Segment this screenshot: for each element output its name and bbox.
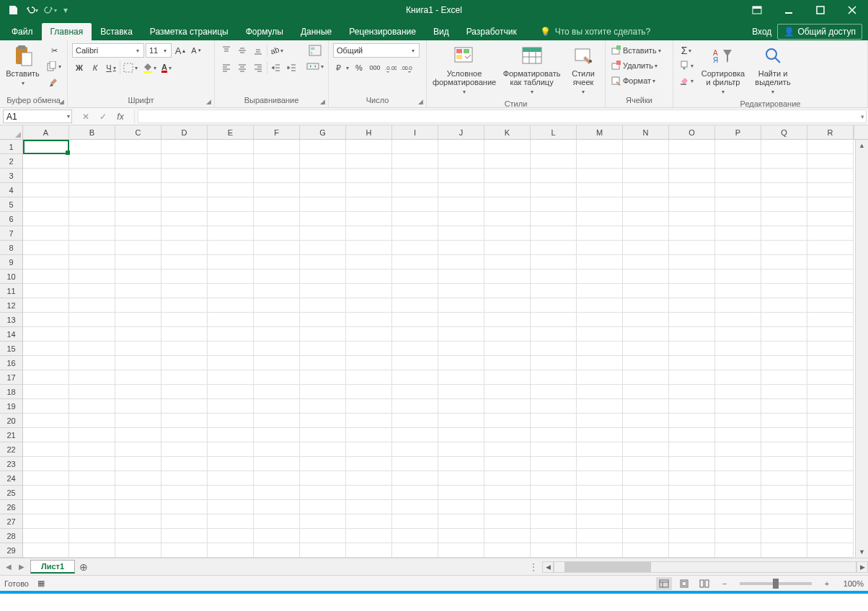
cell-O16[interactable] [669, 356, 715, 370]
cell-A4[interactable] [23, 183, 69, 197]
cell-J12[interactable] [438, 298, 484, 313]
row-header-18[interactable]: 18 [0, 385, 22, 399]
cell-D17[interactable] [161, 370, 208, 385]
cell-E18[interactable] [208, 385, 254, 399]
cell-K3[interactable] [484, 169, 531, 183]
sign-in-link[interactable]: Вход [752, 27, 771, 37]
cell-K14[interactable] [484, 327, 531, 342]
align-bottom-button[interactable] [251, 43, 265, 58]
cell-M18[interactable] [577, 385, 623, 399]
comma-format-button[interactable]: 000 [368, 61, 382, 75]
cell-C7[interactable] [115, 226, 161, 241]
cell-R26[interactable] [807, 500, 854, 514]
cell-J5[interactable] [438, 197, 484, 212]
cell-G14[interactable] [300, 327, 346, 342]
cell-E2[interactable] [208, 154, 254, 169]
tab-home[interactable]: Главная [42, 23, 92, 40]
increase-indent-button[interactable] [285, 61, 299, 75]
clipboard-dialog-launcher[interactable]: ◢ [57, 97, 66, 106]
cell-B23[interactable] [69, 457, 115, 471]
scroll-right-button[interactable]: ▶ [856, 561, 868, 573]
cell-M1[interactable] [577, 140, 623, 154]
cell-K23[interactable] [484, 457, 531, 471]
cell-H26[interactable] [346, 500, 392, 514]
cell-H28[interactable] [346, 529, 392, 543]
tab-insert[interactable]: Вставка [92, 23, 141, 40]
cell-B1[interactable] [69, 140, 115, 154]
cell-Q23[interactable] [761, 457, 807, 471]
copy-button[interactable]: ▾ [45, 59, 63, 73]
vertical-scrollbar[interactable]: ▲ ▼ [855, 140, 868, 558]
cell-Q27[interactable] [761, 514, 807, 529]
cell-I26[interactable] [392, 500, 438, 514]
cell-M5[interactable] [577, 197, 623, 212]
cell-N17[interactable] [623, 370, 669, 385]
cell-N11[interactable] [623, 284, 669, 298]
cell-K8[interactable] [484, 241, 531, 255]
cell-F19[interactable] [254, 399, 300, 414]
cell-D15[interactable] [161, 342, 208, 356]
cell-P11[interactable] [715, 284, 761, 298]
cell-B3[interactable] [69, 169, 115, 183]
row-header-27[interactable]: 27 [0, 514, 22, 529]
cell-B21[interactable] [69, 428, 115, 442]
cell-K7[interactable] [484, 226, 531, 241]
cell-N26[interactable] [623, 500, 669, 514]
orientation-button[interactable]: ab▾ [269, 43, 285, 58]
cell-M12[interactable] [577, 298, 623, 313]
cell-I20[interactable] [392, 414, 438, 428]
cell-N21[interactable] [623, 428, 669, 442]
cell-O20[interactable] [669, 414, 715, 428]
cell-Q18[interactable] [761, 385, 807, 399]
row-header-28[interactable]: 28 [0, 529, 22, 543]
column-header-I[interactable]: I [392, 125, 438, 139]
cell-F16[interactable] [254, 356, 300, 370]
cell-H17[interactable] [346, 370, 392, 385]
cell-L20[interactable] [531, 414, 577, 428]
cell-D27[interactable] [161, 514, 208, 529]
cell-F26[interactable] [254, 500, 300, 514]
cell-R21[interactable] [807, 428, 854, 442]
cell-C3[interactable] [115, 169, 161, 183]
cell-Q19[interactable] [761, 399, 807, 414]
tab-formulas[interactable]: Формулы [237, 23, 292, 40]
cell-F27[interactable] [254, 514, 300, 529]
cell-H19[interactable] [346, 399, 392, 414]
cell-D23[interactable] [161, 457, 208, 471]
zoom-out-button[interactable]: − [717, 577, 732, 590]
cell-K13[interactable] [484, 313, 531, 327]
cell-P16[interactable] [715, 356, 761, 370]
cell-R4[interactable] [807, 183, 854, 197]
column-header-O[interactable]: O [669, 125, 715, 139]
cell-I21[interactable] [392, 428, 438, 442]
cell-A29[interactable] [23, 543, 69, 558]
new-sheet-button[interactable]: ⊕ [75, 561, 92, 573]
cell-E26[interactable] [208, 500, 254, 514]
cell-D25[interactable] [161, 486, 208, 500]
cell-J1[interactable] [438, 140, 484, 154]
cell-N23[interactable] [623, 457, 669, 471]
cell-C10[interactable] [115, 269, 161, 284]
cell-G21[interactable] [300, 428, 346, 442]
cell-G29[interactable] [300, 543, 346, 558]
cell-H12[interactable] [346, 298, 392, 313]
delete-cells-button[interactable]: Удалить▾ [610, 58, 670, 73]
cell-I14[interactable] [392, 327, 438, 342]
cell-I13[interactable] [392, 313, 438, 327]
cell-E28[interactable] [208, 529, 254, 543]
cell-B8[interactable] [69, 241, 115, 255]
cell-A9[interactable] [23, 255, 69, 269]
cell-C2[interactable] [115, 154, 161, 169]
underline-button[interactable]: Ч▾ [104, 61, 118, 75]
cell-P28[interactable] [715, 529, 761, 543]
cell-M25[interactable] [577, 486, 623, 500]
cell-H2[interactable] [346, 154, 392, 169]
cell-K6[interactable] [484, 212, 531, 226]
macro-record-icon[interactable]: ▦ [37, 579, 45, 588]
zoom-level[interactable]: 100% [839, 579, 864, 588]
cell-P2[interactable] [715, 154, 761, 169]
cell-R8[interactable] [807, 241, 854, 255]
maximize-button[interactable] [805, 0, 836, 20]
cell-J29[interactable] [438, 543, 484, 558]
cell-O15[interactable] [669, 342, 715, 356]
